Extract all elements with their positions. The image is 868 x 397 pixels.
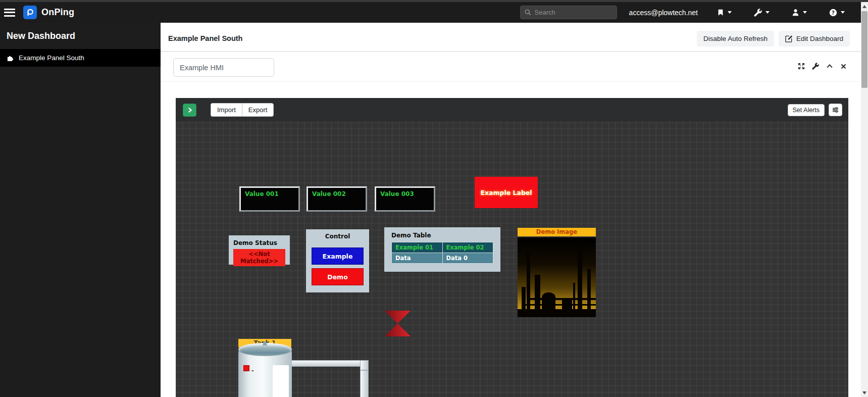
bookmarks-dropdown[interactable] <box>717 9 732 16</box>
svg-text:?: ? <box>832 10 835 15</box>
refinery-silhouette <box>518 237 596 317</box>
control-widget: Control Example Demo <box>306 229 369 292</box>
search-icon <box>525 9 531 16</box>
top-navbar: OnPing access@plowtech.net <box>0 2 868 23</box>
brand-name: OnPing <box>41 7 74 18</box>
control-demo-button[interactable]: Demo <box>312 268 364 285</box>
tank-indicator-label: - <box>251 368 254 373</box>
tank-dome <box>238 343 292 356</box>
dashboard-panel-card: Import Export Set Alerts <box>161 51 868 397</box>
main-content: Example Panel South Disable Auto Refresh… <box>161 23 868 397</box>
table-row: Data Data 0 <box>392 253 493 264</box>
account-dropdown[interactable] <box>792 9 807 16</box>
panel-name-input[interactable] <box>173 58 274 77</box>
sidebar: New Dashboard Example Panel South <box>0 23 161 397</box>
example-label-widget[interactable]: Example Label <box>475 177 538 208</box>
disable-auto-refresh-button[interactable]: Disable Auto Refresh <box>697 31 774 46</box>
caret-down-icon <box>765 11 770 14</box>
search-box[interactable] <box>520 6 617 19</box>
export-button[interactable]: Export <box>242 103 274 117</box>
table-header-row: Example 01 Example 02 <box>392 242 493 253</box>
scrollbar-thumb[interactable] <box>861 11 867 88</box>
puzzle-icon <box>7 54 14 62</box>
caret-down-icon <box>728 11 732 14</box>
scroll-down-arrow[interactable] <box>862 391 866 394</box>
hmi-sidebar-expand-button[interactable] <box>183 104 196 117</box>
onping-logo-icon[interactable] <box>23 6 37 19</box>
wrench-icon <box>754 9 762 17</box>
value-display-001[interactable]: Value 001 <box>239 186 300 212</box>
hmi-settings-sliders-icon[interactable] <box>829 104 842 116</box>
vertical-scrollbar[interactable] <box>861 2 868 397</box>
tank-level-stripe <box>273 365 289 397</box>
set-alerts-button[interactable]: Set Alerts <box>788 104 825 116</box>
menu-toggle-icon[interactable] <box>4 9 15 17</box>
close-panel-icon[interactable] <box>840 63 847 70</box>
account-email: access@plowtech.net <box>629 9 698 17</box>
hmi-widget: Import Export Set Alerts <box>176 98 848 397</box>
help-dropdown[interactable]: ? <box>829 9 845 17</box>
demo-image-title: Demo Image <box>518 228 596 236</box>
caret-down-icon <box>841 11 845 14</box>
expand-panel-icon[interactable] <box>798 63 805 70</box>
scroll-up-arrow[interactable] <box>862 5 866 8</box>
search-input[interactable] <box>535 9 605 16</box>
valve-symbol[interactable] <box>384 310 412 337</box>
sidebar-item-label: Example Panel South <box>19 54 84 62</box>
demo-status-widget[interactable]: Demo Status <<Not Matched>> <box>229 235 290 265</box>
tank-alarm-indicator[interactable] <box>243 365 249 371</box>
tools-dropdown[interactable] <box>754 9 770 17</box>
demo-table-widget: Demo Table Example 01 Example 02 Data Da… <box>384 227 500 272</box>
import-button[interactable]: Import <box>211 103 242 117</box>
caret-down-icon <box>803 11 807 14</box>
pipe-horizontal <box>291 360 369 367</box>
help-icon: ? <box>829 9 837 17</box>
page-title: Example Panel South <box>168 34 242 42</box>
collapse-panel-icon[interactable] <box>826 63 833 70</box>
hmi-toolbar: Import Export Set Alerts <box>176 98 848 122</box>
dashboard-title: New Dashboard <box>0 23 161 49</box>
panel-settings-wrench-icon[interactable] <box>812 63 819 70</box>
edit-pencil-icon <box>785 35 793 42</box>
edit-dashboard-button[interactable]: Edit Dashboard <box>779 31 850 46</box>
user-icon <box>792 9 799 16</box>
value-display-002[interactable]: Value 002 <box>307 186 367 212</box>
bookmark-icon <box>717 9 724 16</box>
demo-image <box>518 237 596 317</box>
hmi-canvas[interactable]: Value 001 Value 002 Value 003 Example La… <box>176 122 848 397</box>
value-display-003[interactable]: Value 003 <box>375 186 435 212</box>
sidebar-item-example-panel-south[interactable]: Example Panel South <box>0 49 161 67</box>
control-example-button[interactable]: Example <box>312 247 364 265</box>
status-value: <<Not Matched>> <box>233 249 285 266</box>
pipe-joint <box>360 370 369 371</box>
pipe-vertical <box>360 360 369 397</box>
